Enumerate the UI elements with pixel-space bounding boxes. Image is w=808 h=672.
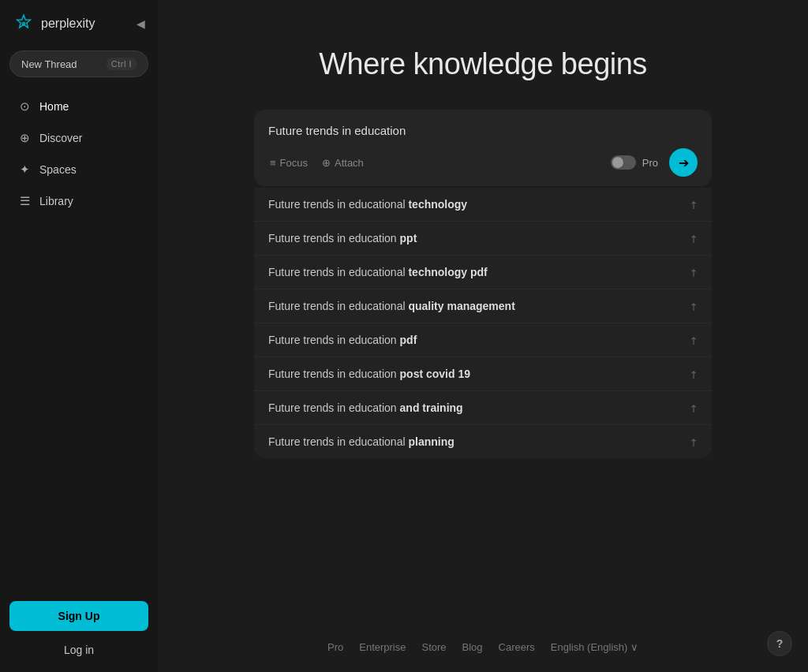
svg-point-2 (21, 21, 25, 25)
suggestion-arrow-icon: ↗ (686, 265, 700, 279)
suggestion-text: Future trends in educational technology … (268, 266, 488, 278)
suggestion-text: Future trends in education post covid 19 (268, 368, 470, 380)
main-content: Where knowledge begins ≡ Focus ⊕ Attach … (158, 0, 808, 672)
sidebar-item-label: Discover (39, 132, 82, 144)
suggestion-item[interactable]: Future trends in educational planning ↗ (254, 425, 712, 458)
page-title: Where knowledge begins (319, 47, 647, 81)
suggestion-arrow-icon: ↗ (686, 367, 700, 381)
sidebar-nav: ⊙ Home ⊕ Discover ✦ Spaces ☰ Library (0, 90, 158, 592)
footer-link-pro[interactable]: Pro (327, 641, 343, 653)
pro-toggle-switch[interactable] (611, 155, 636, 170)
suggestion-arrow-icon: ↗ (686, 197, 700, 211)
suggestion-text: Future trends in education ppt (268, 232, 417, 245)
toggle-knob (612, 157, 623, 168)
suggestion-arrow-icon: ↗ (686, 299, 700, 313)
pro-label: Pro (642, 157, 658, 169)
help-icon: ? (776, 637, 784, 650)
home-icon: ⊙ (17, 99, 32, 114)
collapse-icon: ◀ (137, 17, 145, 30)
sidebar-item-home[interactable]: ⊙ Home (5, 91, 153, 121)
signup-button[interactable]: Sign Up (9, 601, 148, 631)
sidebar-item-library[interactable]: ☰ Library (5, 186, 153, 216)
submit-search-button[interactable]: ➔ (669, 148, 698, 177)
pro-toggle: Pro (611, 155, 658, 170)
search-input-row (268, 124, 698, 137)
suggestion-arrow-icon: ↗ (686, 401, 700, 415)
sidebar-item-label: Library (39, 195, 73, 207)
sidebar: perplexity ◀ New Thread Ctrl I ⊙ Home ⊕ … (0, 0, 158, 672)
sidebar-item-label: Home (39, 100, 69, 113)
suggestion-arrow-icon: ↗ (686, 435, 700, 449)
search-input[interactable] (268, 124, 698, 137)
footer-link-enterprise[interactable]: Enterprise (359, 641, 406, 653)
collapse-sidebar-button[interactable]: ◀ (133, 14, 148, 33)
suggestion-text: Future trends in educational quality man… (268, 300, 515, 312)
sidebar-header: perplexity ◀ (0, 0, 158, 44)
footer-link-blog[interactable]: Blog (462, 641, 483, 653)
arrow-right-icon: ➔ (679, 155, 689, 170)
suggestion-item[interactable]: Future trends in education ppt ↗ (254, 222, 712, 256)
suggestion-item[interactable]: Future trends in educational technology … (254, 188, 712, 222)
logo-area: perplexity (13, 13, 95, 35)
suggestion-item[interactable]: Future trends in education and training … (254, 391, 712, 425)
focus-label: Focus (280, 157, 308, 169)
help-button[interactable]: ? (767, 631, 792, 656)
suggestion-item[interactable]: Future trends in education pdf ↗ (254, 323, 712, 357)
spaces-icon: ✦ (17, 162, 32, 177)
footer-link-language[interactable]: English (English) ∨ (551, 641, 638, 653)
footer-link-store[interactable]: Store (421, 641, 446, 653)
sidebar-item-label: Spaces (39, 163, 77, 176)
sidebar-item-spaces[interactable]: ✦ Spaces (5, 155, 153, 185)
suggestion-text: Future trends in education pdf (268, 334, 417, 346)
filter-icon: ≡ (270, 157, 276, 169)
new-thread-button[interactable]: New Thread Ctrl I (9, 50, 148, 77)
search-actions: ≡ Focus ⊕ Attach Pro ➔ (268, 148, 698, 177)
library-icon: ☰ (17, 194, 32, 208)
suggestion-item[interactable]: Future trends in educational technology … (254, 256, 712, 289)
suggestion-arrow-icon: ↗ (686, 231, 700, 245)
new-thread-label: New Thread (21, 58, 77, 70)
sidebar-item-discover[interactable]: ⊕ Discover (5, 123, 153, 153)
footer-link-careers[interactable]: Careers (499, 641, 535, 653)
suggestion-item[interactable]: Future trends in educational quality man… (254, 289, 712, 323)
discover-icon: ⊕ (17, 131, 32, 145)
focus-button[interactable]: ≡ Focus (268, 154, 309, 172)
footer: Pro Enterprise Store Blog Careers Englis… (327, 641, 638, 653)
new-thread-shortcut: Ctrl I (107, 58, 137, 70)
attach-icon: ⊕ (322, 157, 331, 169)
suggestion-text: Future trends in education and training (268, 401, 463, 414)
sidebar-bottom: Sign Up Log in (0, 592, 158, 672)
suggestion-text: Future trends in educational technology (268, 198, 467, 211)
suggestions-dropdown: Future trends in educational technology … (254, 188, 712, 458)
attach-button[interactable]: ⊕ Attach (320, 154, 365, 172)
search-container: ≡ Focus ⊕ Attach Pro ➔ (254, 110, 712, 186)
perplexity-logo-icon (13, 13, 35, 35)
login-button[interactable]: Log in (9, 637, 148, 663)
suggestion-arrow-icon: ↗ (686, 333, 700, 347)
attach-label: Attach (335, 157, 364, 169)
suggestion-text: Future trends in educational planning (268, 435, 454, 448)
suggestion-item[interactable]: Future trends in education post covid 19… (254, 357, 712, 391)
app-name: perplexity (41, 17, 95, 31)
